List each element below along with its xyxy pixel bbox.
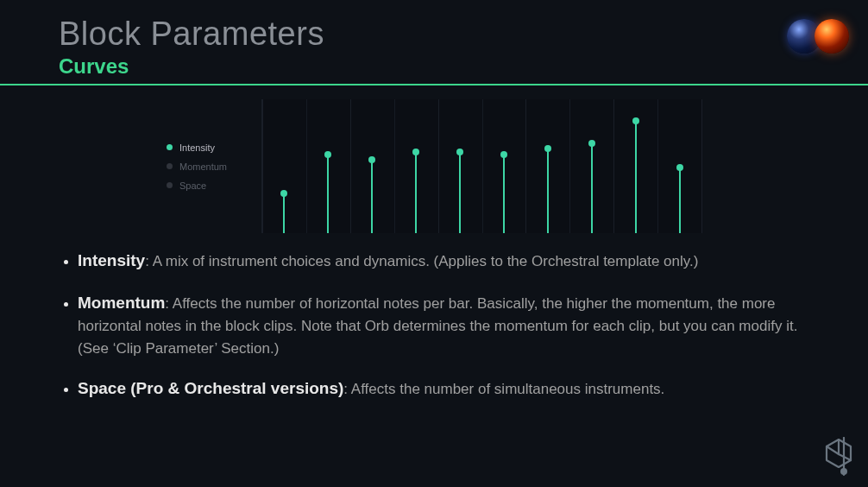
chart-stem: [679, 168, 681, 233]
svg-point-0: [840, 468, 847, 475]
chart-stem: [415, 153, 417, 233]
logo-orbs: [787, 19, 849, 54]
chart-legend: Intensity Momentum Space: [167, 99, 261, 233]
legend-item-space: Space: [167, 180, 249, 191]
slide-header: Block Parameters Curves: [0, 0, 868, 79]
grid-line: [525, 99, 526, 233]
bullet-text: : Affects the number of simultaneous ins…: [343, 381, 664, 397]
page-subtitle: Curves: [59, 54, 868, 79]
bullet-text: : A mix of instrument choices and dynami…: [145, 253, 698, 269]
bullet-term: Momentum: [78, 294, 165, 312]
brand-logo-icon: [821, 437, 856, 477]
bullet-term: Space (Pro & Orchestral versions): [78, 379, 343, 397]
legend-dot-icon: [167, 163, 173, 169]
legend-label: Intensity: [179, 142, 215, 153]
chart-area: Intensity Momentum Space: [167, 99, 701, 233]
bullet-term: Intensity: [78, 251, 145, 269]
chart-plot: [261, 99, 701, 233]
divider-line: [0, 84, 868, 85]
legend-label: Space: [179, 180, 206, 191]
bullet-text: : Affects the number of horizontal notes…: [78, 295, 797, 357]
orb-red-icon: [815, 19, 849, 54]
legend-item-intensity: Intensity: [167, 142, 249, 153]
grid-line: [438, 99, 439, 233]
grid-line: [569, 99, 570, 233]
page-title: Block Parameters: [59, 16, 868, 53]
list-item: Intensity: A mix of instrument choices a…: [78, 249, 809, 274]
list-item: Space (Pro & Orchestral versions): Affec…: [78, 376, 809, 402]
chart-stem: [591, 144, 593, 233]
list-item: Momentum: Affects the number of horizont…: [78, 291, 809, 360]
grid-line: [394, 99, 395, 233]
chart-stem: [327, 155, 329, 233]
grid-line: [262, 99, 263, 233]
bullet-list: Intensity: A mix of instrument choices a…: [78, 249, 809, 402]
chart-stem: [547, 149, 549, 233]
chart-stem: [283, 194, 285, 233]
chart-stem: [635, 122, 637, 233]
content-body: Intensity: A mix of instrument choices a…: [0, 233, 868, 402]
grid-line: [306, 99, 307, 233]
grid-line: [657, 99, 658, 233]
legend-dot-icon: [167, 144, 173, 150]
chart-stem: [459, 153, 461, 233]
chart-stem: [503, 155, 505, 233]
grid-line: [482, 99, 483, 233]
grid-line: [350, 99, 351, 233]
grid-line: [613, 99, 614, 233]
grid-line: [701, 99, 702, 233]
legend-label: Momentum: [179, 161, 227, 172]
legend-dot-icon: [167, 182, 173, 188]
chart-stem: [371, 161, 373, 233]
legend-item-momentum: Momentum: [167, 161, 249, 172]
